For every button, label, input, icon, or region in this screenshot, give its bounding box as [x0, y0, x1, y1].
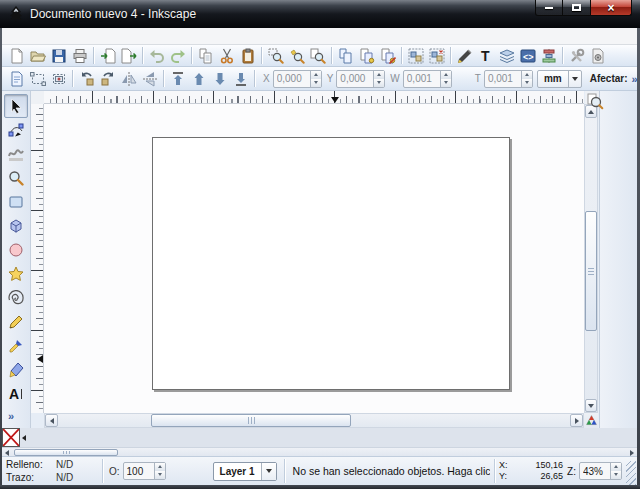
canvas[interactable]	[44, 104, 584, 413]
layer-visibility-button[interactable]	[167, 462, 187, 480]
tool-calligraphy[interactable]	[4, 358, 28, 382]
tool-selector[interactable]	[4, 94, 28, 118]
save-document-button[interactable]	[48, 45, 69, 66]
x-spinner[interactable]	[310, 71, 321, 87]
deselect-button[interactable]	[48, 68, 69, 89]
new-document-button[interactable]	[6, 45, 27, 66]
opacity-field[interactable]	[123, 462, 166, 480]
lower-to-bottom-button[interactable]	[230, 68, 251, 89]
ungroup-button[interactable]	[426, 45, 447, 66]
layer-dropdown[interactable]	[261, 463, 276, 480]
vertical-scroll-thumb[interactable]	[585, 211, 597, 331]
scroll-right-button[interactable]	[570, 414, 583, 427]
xml-editor-button[interactable]: <>	[517, 45, 538, 66]
x-field[interactable]	[273, 70, 322, 88]
tool-star[interactable]	[4, 262, 28, 286]
unlink-clone-button[interactable]	[377, 45, 398, 66]
tool-text[interactable]: A	[4, 382, 28, 406]
paste-button[interactable]	[237, 45, 258, 66]
opacity-input[interactable]	[124, 463, 154, 479]
minimize-button[interactable]	[535, 0, 563, 16]
create-clone-button[interactable]	[356, 45, 377, 66]
align-dialog-button[interactable]	[538, 45, 559, 66]
tool-pencil[interactable]	[4, 310, 28, 334]
duplicate-button[interactable]	[335, 45, 356, 66]
toolbox-overflow-chevron[interactable]: »	[8, 410, 14, 422]
import-button[interactable]	[97, 45, 118, 66]
color-management-button[interactable]	[584, 413, 598, 428]
tool-3dbox[interactable]	[4, 214, 28, 238]
width-spinner[interactable]	[440, 71, 451, 87]
text-dialog-button[interactable]: T	[475, 45, 496, 66]
scroll-down-button[interactable]	[585, 399, 597, 412]
layer-lock-button[interactable]	[189, 462, 209, 480]
raise-to-top-button[interactable]	[167, 68, 188, 89]
zoom-drawing-button[interactable]	[286, 45, 307, 66]
rotate-cw-button[interactable]	[97, 68, 118, 89]
unit-combo[interactable]: mm	[537, 70, 582, 88]
scroll-left-button[interactable]	[45, 414, 58, 427]
print-button[interactable]	[69, 45, 90, 66]
group-button[interactable]	[405, 45, 426, 66]
y-field[interactable]	[336, 70, 385, 88]
tool-node-editor[interactable]	[4, 118, 28, 142]
raise-button[interactable]	[188, 68, 209, 89]
vertical-ruler[interactable]	[31, 104, 44, 413]
lock-ratio-button[interactable]	[453, 70, 469, 88]
palette-scroll-left[interactable]	[20, 428, 28, 447]
zoom-input[interactable]	[580, 463, 610, 479]
fill-stroke-indicator[interactable]: Relleno:N/D Trazo:N/D	[2, 458, 98, 484]
preferences-button[interactable]	[566, 45, 587, 66]
separator	[494, 459, 495, 483]
horizontal-ruler[interactable]	[44, 91, 584, 104]
layer-selector[interactable]: Layer 1	[213, 462, 277, 481]
tool-tweak[interactable]	[4, 142, 28, 166]
open-document-button[interactable]	[27, 45, 48, 66]
resize-grip[interactable]	[626, 461, 636, 485]
document-properties-button[interactable]	[587, 45, 608, 66]
zoom-field[interactable]	[579, 462, 622, 480]
horizontal-scrollbar[interactable]	[44, 413, 584, 428]
layers-dialog-button[interactable]	[496, 45, 517, 66]
select-all-layers-button[interactable]	[27, 68, 48, 89]
palette-scrollbar[interactable]	[2, 447, 637, 456]
vertical-scrollbar[interactable]	[584, 104, 598, 413]
height-field[interactable]	[484, 70, 533, 88]
tool-ellipse[interactable]	[4, 238, 28, 262]
y-spinner[interactable]	[373, 71, 384, 87]
flip-horizontal-button[interactable]	[118, 68, 139, 89]
height-input[interactable]	[485, 71, 521, 87]
close-button[interactable]: ×	[590, 0, 632, 16]
arrow-down-icon	[588, 404, 594, 408]
undo-button[interactable]	[146, 45, 167, 66]
maximize-icon	[572, 4, 581, 11]
unit-dropdown[interactable]	[568, 71, 581, 87]
x-input[interactable]	[274, 71, 310, 87]
fill-stroke-dialog-button[interactable]	[454, 45, 475, 66]
zoom-page-button[interactable]	[307, 45, 328, 66]
opacity-spinner[interactable]	[154, 463, 165, 479]
select-all-button[interactable]	[6, 68, 27, 89]
horizontal-scroll-thumb[interactable]	[151, 414, 351, 427]
tool-spiral[interactable]	[4, 286, 28, 310]
redo-button[interactable]	[167, 45, 188, 66]
corner-zoom-button[interactable]	[586, 92, 604, 110]
height-spinner[interactable]	[521, 71, 532, 87]
tool-zoom[interactable]	[4, 166, 28, 190]
zoom-selection-button[interactable]	[265, 45, 286, 66]
width-input[interactable]	[404, 71, 440, 87]
width-field[interactable]	[403, 70, 452, 88]
zoom-spinner[interactable]	[610, 463, 621, 479]
flip-vertical-button[interactable]	[139, 68, 160, 89]
tool-rectangle[interactable]	[4, 190, 28, 214]
copy-button[interactable]	[195, 45, 216, 66]
tool-bezier-pen[interactable]	[4, 334, 28, 358]
y-input[interactable]	[337, 71, 373, 87]
maximize-button[interactable]	[563, 0, 590, 16]
lower-button[interactable]	[209, 68, 230, 89]
palette-swatch-none[interactable]	[2, 428, 20, 447]
rotate-ccw-button[interactable]	[76, 68, 97, 89]
export-button[interactable]	[118, 45, 139, 66]
palette-scroll-thumb[interactable]	[14, 449, 118, 456]
cut-button[interactable]	[216, 45, 237, 66]
